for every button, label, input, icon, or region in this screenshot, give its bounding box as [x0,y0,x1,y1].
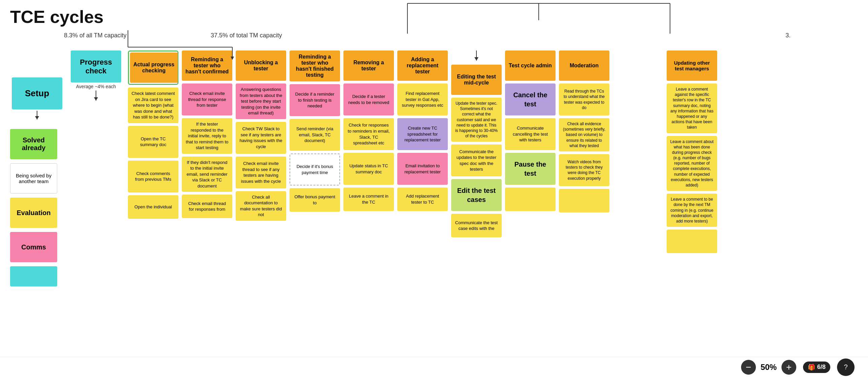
col-updating-managers-header: Updating other test managers [666,51,717,81]
col-updating-managers-note-2: Leave a comment about what has been done… [666,136,717,191]
col-reminding-finish-note-2: Send reminder (via email, Slack, TC docu… [289,119,340,151]
center-columns: Progress check Average ~4% each Actual p… [71,51,717,253]
col-reminding-finish-note-3: Decide if it's bonus payment time [289,154,340,186]
capacity-label-1: 8.3% of all TM capacity [64,32,127,39]
col-adding-replacement-note-1: Find replacement tester in Gat App, surv… [397,84,448,116]
col-updating-managers-note-3: Leave a comment to be done by the next T… [666,193,717,227]
col-editing-note-2: Communicate the updates to the tester sp… [451,145,502,177]
col-updating-managers-note-4 [666,229,717,253]
sidebar-item-being-solved: Being solved by another team [10,163,57,193]
sidebar-item-solved-already: Solved already [10,129,57,159]
col-editing: Editing the test mid-cycle Update the te… [451,51,502,237]
col-unblocking-header: Unblocking a tester [236,51,286,81]
col-reminding-tester: Reminding a tester who hasn't confirmed … [182,51,232,218]
col-removing-note-1: Decide if a tester needs to be removed [343,84,394,116]
col-unblocking-note-1: Answering questions from testers about t… [236,84,286,119]
col-editing-note-1: Update the tester spec. Sometimes it's n… [451,98,502,142]
col-actual-progress-note-1: Check latest comment on Jira card to see… [128,88,179,123]
col-reminding-finish-header: Reminding a tester who hasn't finished t… [289,51,340,82]
main-layout: Setup Solved already Being solved by ano… [10,51,858,286]
zoom-percent: 50% [761,363,777,372]
avg-label: Average ~4% each [76,84,116,89]
col-updating-managers: Updating other test managers Leave a com… [666,51,717,253]
col-actual-progress-note-2: Open the TC summary doc [128,126,179,158]
col-moderation-header: Moderation [559,51,610,81]
col-actual-progress: Actual progress checking Check latest co… [128,51,179,219]
col-removing-header: Removing a tester [343,51,394,81]
gift-badge[interactable]: 🎁 6/8 [803,362,830,373]
col-moderation-note-1: Read through the TCs to understand what … [559,84,610,116]
col-adding-replacement-note-3: Email invitation to replacement tester [397,153,448,185]
col-removing-note-4: Leave a comment in the TC [343,188,394,211]
col-editing-note-3: Edit the test cases [451,179,502,211]
help-button[interactable]: ? [837,358,855,376]
sidebar-item-evaluation: Evaluation [10,197,57,228]
capacity-label-2: 37.5% of total TM capacity [211,32,282,39]
setup-note: Setup [12,77,62,109]
col-test-cycle-admin-note-4 [505,188,556,211]
col-adding-replacement-note-4: Add replacement tester to TC [397,188,448,211]
col-actual-progress-header: Actual progress checking [130,53,178,83]
col-removing: Removing a tester Decide if a tester nee… [343,51,394,211]
col-reminding-finish-note-4: Offer bonus payment to [289,188,340,212]
col-test-cycle-admin: Test cycle admin Cancel the test Communi… [505,51,556,211]
col-moderation-note-3: Watch videos from testers to check they … [559,154,610,186]
progress-check-note: Progress check [71,51,121,83]
zoom-plus-button[interactable]: + [781,360,796,375]
zoom-minus-button[interactable]: − [741,360,756,375]
col-adding-replacement-note-2: Create new TC spreadsheet for replacemen… [397,118,448,150]
col-reminding-tester-header: Reminding a tester who hasn't confirmed [182,51,232,81]
col-reminding-finish-note-1: Decide if a reminder to finish testing i… [289,84,340,116]
col-editing-header: Editing the test mid-cycle [451,65,502,95]
col-moderation: Moderation Read through the TCs to under… [559,51,610,212]
col-moderation-note-4 [559,189,610,212]
col-test-cycle-admin-note-1: Cancel the test [505,84,556,116]
col-reminding-tester-note-1: Check email invite thread for response f… [182,84,232,116]
col-unblocking: Unblocking a tester Answering questions … [236,51,286,221]
capacity-label-3: 3. [785,32,790,39]
col-removing-note-3: Update status in TC summary doc [343,153,394,185]
sidebar-item-comms: Comms [10,232,57,262]
gift-count: 6/8 [817,364,826,371]
col-reminding-tester-note-3: If they didn't respond to the initial in… [182,157,232,192]
page-title: TCE cycles [10,7,858,27]
col-test-cycle-admin-note-3: Pause the test [505,153,556,185]
col-unblocking-note-4: Check all documentation to make sure tes… [236,191,286,221]
help-icon: ? [844,363,847,371]
col-actual-progress-note-4: Open the individual [128,195,179,219]
col-removing-note-2: Check for responses to reminders in emai… [343,118,394,150]
col-adding-replacement-header: Adding a replacement tester [397,51,448,81]
col-reminding-finish: Reminding a tester who hasn't finished t… [289,51,340,212]
left-sidebar: Setup Solved already Being solved by ano… [10,77,64,286]
col-adding-replacement: Adding a replacement tester Find replace… [397,51,448,211]
col-moderation-note-2: Check all evidence (sometimes very brief… [559,118,610,152]
col-unblocking-note-3: Check email invite thread to see if any … [236,157,286,189]
col-actual-progress-note-3: Check comments from previous TMs [128,161,179,192]
col-reminding-tester-note-2: If the tester responded to the initial i… [182,118,232,154]
col-test-cycle-admin-header: Test cycle admin [505,51,556,81]
col-unblocking-note-2: Check TW Slack to see if any testers are… [236,122,286,154]
col-editing-note-4: Communicate the test case edits with the [451,214,502,237]
col-test-cycle-admin-note-2: Communicate cancelling the test with tes… [505,118,556,150]
sidebar-item-blue [10,266,57,286]
bottom-bar: − 50% + 🎁 6/8 ? [0,357,868,377]
col-reminding-tester-note-4: Check email thread for responses from [182,194,232,218]
gift-icon: 🎁 [808,364,815,371]
zoom-controls: − 50% + [741,360,796,375]
col-updating-managers-note-1: Leave a comment against the specific tes… [666,84,717,133]
page-container: TCE cycles 8.3% of all TM capacity 37.5%… [0,0,868,377]
